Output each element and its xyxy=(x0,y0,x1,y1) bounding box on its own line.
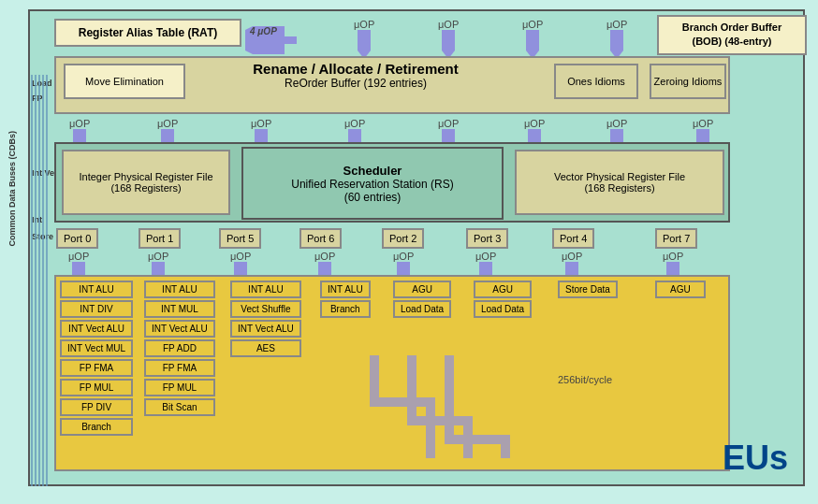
port-5-box: Port 5 xyxy=(219,228,261,249)
mid-uop-label-5: μOP xyxy=(524,118,545,129)
eu-box: INT ALU xyxy=(144,281,215,298)
eu-box: Vect Shuffle xyxy=(230,300,301,318)
eu-box: INT ALU xyxy=(60,281,133,298)
eu-box: FP FMA xyxy=(60,359,133,377)
eu-box: INT DIV xyxy=(60,300,133,318)
port-1-box: Port 1 xyxy=(139,228,181,249)
top-uop-3: μOP xyxy=(606,19,627,59)
eu-box: INT ALU xyxy=(320,281,371,298)
port-7-box: Port 7 xyxy=(655,228,697,249)
arrow-shaft xyxy=(526,30,539,50)
eu-box: AES xyxy=(230,339,301,357)
eu-box: INT Vect MUL xyxy=(60,339,133,357)
top-uop-2: μOP xyxy=(522,19,543,59)
eu-box: INT ALU xyxy=(230,281,301,298)
bot-uop-label-4: μOP xyxy=(393,251,414,262)
vec-reg-box: Vector Physical Register File (168 Regis… xyxy=(515,150,724,215)
int-reg-box: Integer Physical Register File (168 Regi… xyxy=(62,150,230,215)
eu-box: AGU xyxy=(393,281,451,298)
eu-col-8: AGU xyxy=(655,281,706,298)
top-uop-1: μOP xyxy=(438,19,459,59)
vec-reg-label-2: (168 Registers) xyxy=(584,182,654,194)
mid-uop-label-7: μOP xyxy=(693,118,713,129)
arrow-shaft xyxy=(358,30,371,50)
ones-idioms-box: Ones Idioms xyxy=(554,64,638,99)
scheduler-label-1: Scheduler xyxy=(343,164,402,178)
eu-box: AGU xyxy=(655,281,706,298)
int-reg-label-2: (168 Registers) xyxy=(110,182,181,194)
scheduler-label-2: Unified Reservation Station (RS) xyxy=(291,178,453,191)
rename-title: Rename / Allocate / Retirement xyxy=(197,61,515,77)
eu-col-3: INT ALU Vect Shuffle INT Vect ALU AES xyxy=(230,281,301,357)
mid-uop-label-6: μOP xyxy=(606,118,627,129)
four-uop-arrow: 4 μOP xyxy=(245,26,301,56)
port-6-box: Port 6 xyxy=(299,228,342,249)
eu-col-4: INT ALU Branch xyxy=(320,281,371,318)
eu-box: FP ADD xyxy=(144,339,215,357)
top-uop-label-2: μOP xyxy=(522,19,543,30)
bob-box: Branch Order Buffer (BOB) (48-entry) xyxy=(657,15,807,55)
mid-uop-label-4: μOP xyxy=(438,118,459,129)
port-2-box: Port 2 xyxy=(382,228,424,249)
bot-uop-label-0: μOP xyxy=(68,251,89,262)
bob-label: Branch Order Buffer (BOB) (48-entry) xyxy=(682,22,781,47)
mid-uop-label-2: μOP xyxy=(251,118,271,129)
port-0-box: Port 0 xyxy=(56,228,98,249)
eu-box: AGU xyxy=(474,281,532,298)
bot-uop-label-5: μOP xyxy=(475,251,496,262)
routing-arrows xyxy=(356,346,618,468)
vec-reg-label-1: Vector Physical Register File xyxy=(554,171,685,182)
port-3-box: Port 3 xyxy=(466,228,508,249)
eu-box: INT Vect ALU xyxy=(60,320,133,338)
bot-uop-label-7: μOP xyxy=(663,251,683,262)
eu-main-label: EUs xyxy=(723,439,788,478)
mid-uop-label-0: μOP xyxy=(69,118,90,129)
eu-box: INT Vect ALU xyxy=(230,320,301,338)
rename-subtitle: ReOrder Buffer (192 entries) xyxy=(197,77,515,90)
arrow-shaft xyxy=(442,30,455,50)
eu-box: Bit Scan xyxy=(144,398,215,416)
zeroing-idioms-box: Zeroing Idioms xyxy=(650,64,726,99)
top-uop-label-3: μOP xyxy=(606,19,627,30)
eu-box: Load Data xyxy=(474,300,532,318)
cdb-lines xyxy=(28,75,52,486)
top-uop-0: μOP xyxy=(354,19,374,59)
eu-box: Load Data xyxy=(393,300,451,318)
eu-box: FP DIV xyxy=(60,398,133,416)
eu-box: FP FMA xyxy=(144,359,215,377)
cdb-label: Common Data Buses (CDBs) xyxy=(7,131,17,247)
eu-col-2: INT ALU INT MUL INT Vect ALU FP ADD FP F… xyxy=(144,281,215,416)
mid-uop-label-1: μOP xyxy=(157,118,178,129)
eu-box: Store Data xyxy=(558,281,618,298)
rat-box: Register Alias Table (RAT) xyxy=(54,19,241,47)
eu-box: Branch xyxy=(320,300,371,318)
move-elimination-box: Move Elimination xyxy=(64,64,185,99)
top-uop-label-1: μOP xyxy=(438,19,459,30)
scheduler-box: Scheduler Unified Reservation Station (R… xyxy=(241,147,504,220)
mid-uop-label-3: μOP xyxy=(344,118,365,129)
bot-uop-label-6: μOP xyxy=(562,251,582,262)
bot-uop-label-2: μOP xyxy=(230,251,251,262)
bot-uop-label-3: μOP xyxy=(314,251,335,262)
eu-box: FP MUL xyxy=(144,379,215,396)
port-4-box: Port 4 xyxy=(552,228,594,249)
top-uop-label-0: μOP xyxy=(354,19,374,30)
scheduler-label-3: (60 entries) xyxy=(344,191,402,204)
four-uop-text: 4 μOP xyxy=(250,26,277,36)
eu-col-6: AGU Load Data xyxy=(474,281,532,318)
arrow-shaft xyxy=(610,30,623,50)
eu-box: Branch xyxy=(60,418,133,436)
bot-uop-label-1: μOP xyxy=(148,251,168,262)
eu-col-7: Store Data xyxy=(558,281,618,298)
eu-box: INT MUL xyxy=(144,300,215,318)
eu-col-1: INT ALU INT DIV INT Vect ALU INT Vect MU… xyxy=(60,281,133,436)
eu-col-5: AGU Load Data xyxy=(393,281,451,318)
eu-box: INT Vect ALU xyxy=(144,320,215,338)
eu-box: FP MUL xyxy=(60,379,133,396)
int-reg-label-1: Integer Physical Register File xyxy=(79,171,212,182)
